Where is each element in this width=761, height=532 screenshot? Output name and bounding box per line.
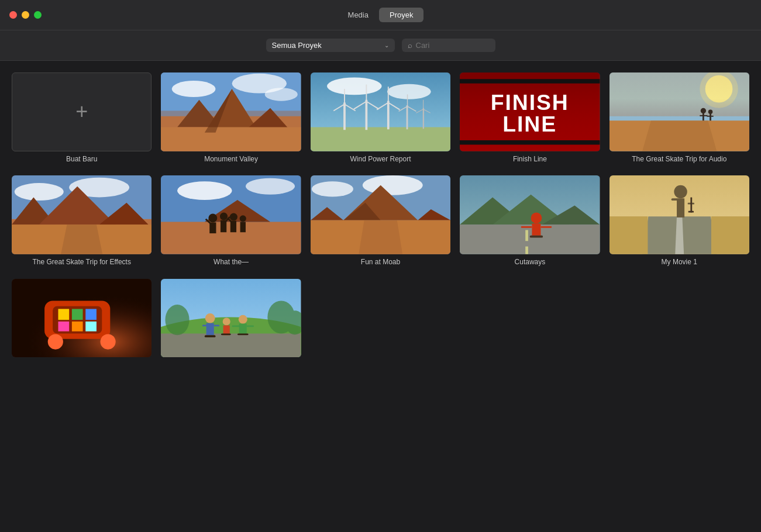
list-item[interactable]: + Buat Baru (12, 72, 151, 164)
list-item[interactable]: FINISH LINE Finish Line (460, 72, 600, 164)
svg-rect-15 (343, 102, 346, 130)
tab-media[interactable]: Media (338, 8, 379, 22)
svg-rect-109 (690, 198, 692, 213)
svg-point-95 (531, 213, 542, 224)
svg-rect-120 (58, 321, 69, 331)
svg-rect-51 (707, 116, 713, 117)
svg-rect-74 (240, 222, 246, 233)
svg-rect-139 (237, 333, 249, 335)
svg-rect-98 (541, 226, 552, 228)
svg-rect-136 (239, 323, 247, 334)
list-item[interactable]: The Great Skate Trip for Effects (12, 175, 151, 267)
tab-group: Media Proyek (338, 8, 424, 22)
svg-rect-92 (460, 224, 600, 254)
svg-rect-37 (460, 79, 600, 83)
svg-point-5 (265, 88, 298, 101)
svg-rect-12 (311, 127, 450, 151)
list-item[interactable]: Cutaways (460, 175, 600, 267)
project-thumbnail (161, 72, 301, 151)
fullscreen-button[interactable] (34, 11, 42, 19)
project-thumbnail (311, 175, 450, 254)
list-item[interactable]: What the— (161, 175, 301, 267)
project-title: What the— (214, 258, 249, 267)
svg-point-81 (363, 175, 423, 195)
svg-text:FINISH: FINISH (491, 90, 569, 115)
svg-point-47 (700, 108, 705, 113)
svg-point-71 (230, 213, 237, 221)
svg-rect-23 (387, 101, 390, 130)
svg-rect-118 (72, 309, 83, 320)
list-item[interactable] (161, 279, 301, 361)
svg-point-69 (220, 213, 228, 220)
svg-point-135 (239, 315, 247, 323)
project-title: The Great Skate Trip for Audio (632, 155, 726, 164)
project-thumbnail: FINISH LINE (460, 72, 600, 151)
main-content: + Buat Baru (0, 61, 761, 532)
svg-point-14 (387, 84, 431, 99)
svg-point-80 (312, 182, 353, 197)
svg-point-64 (177, 182, 232, 201)
svg-rect-107 (671, 199, 677, 201)
project-thumbnail (460, 175, 600, 254)
svg-rect-9 (161, 127, 301, 151)
new-project-thumbnail[interactable]: + (12, 72, 151, 151)
svg-rect-27 (406, 105, 408, 129)
svg-rect-31 (422, 108, 423, 129)
project-thumbnail (311, 72, 450, 151)
list-item[interactable]: Wind Power Report (311, 72, 450, 164)
list-item[interactable]: Monument Valley (161, 72, 301, 164)
project-thumbnail (610, 175, 749, 254)
svg-rect-134 (221, 333, 231, 335)
svg-point-131 (223, 317, 230, 325)
svg-rect-121 (72, 321, 83, 331)
project-title: Cutaways (515, 258, 546, 267)
svg-rect-97 (521, 226, 532, 228)
search-input[interactable] (416, 41, 480, 50)
projects-grid: + Buat Baru (12, 72, 749, 361)
svg-rect-137 (232, 325, 240, 327)
svg-rect-122 (85, 321, 97, 331)
filter-label: Semua Proyek (272, 41, 322, 50)
project-thumbnail (12, 279, 151, 358)
svg-rect-93 (525, 230, 528, 241)
svg-point-13 (327, 77, 382, 95)
svg-rect-138 (247, 325, 254, 327)
chevron-down-icon: ⌄ (384, 42, 389, 49)
svg-point-73 (240, 216, 246, 222)
svg-point-105 (674, 185, 687, 198)
svg-point-67 (209, 214, 218, 223)
filter-dropdown[interactable]: Semua Proyek ⌄ (266, 39, 395, 52)
search-box: ⌕ (402, 39, 495, 52)
project-title: Wind Power Report (350, 155, 411, 164)
svg-marker-52 (642, 120, 717, 151)
list-item[interactable]: Fun at Moab (311, 175, 450, 267)
minimize-button[interactable] (22, 11, 29, 19)
search-icon: ⌕ (408, 41, 412, 50)
svg-rect-119 (85, 309, 97, 320)
svg-rect-110 (688, 211, 693, 213)
svg-rect-104 (711, 216, 749, 254)
close-button[interactable] (9, 11, 17, 19)
project-title: Fun at Moab (361, 258, 400, 267)
svg-point-115 (48, 334, 63, 349)
project-title: Buat Baru (66, 155, 97, 164)
svg-point-3 (172, 81, 216, 97)
svg-point-140 (166, 304, 190, 334)
svg-rect-94 (525, 247, 528, 254)
svg-rect-96 (532, 224, 541, 236)
list-item[interactable]: The Great Skate Trip for Audio (610, 72, 749, 164)
svg-rect-129 (214, 324, 219, 326)
svg-rect-48 (700, 115, 707, 116)
svg-point-116 (100, 334, 115, 349)
list-item[interactable] (12, 279, 151, 361)
svg-point-50 (708, 110, 712, 114)
svg-rect-44 (610, 72, 749, 116)
svg-rect-38 (460, 140, 600, 144)
list-item[interactable]: My Movie 1 (610, 175, 749, 267)
svg-rect-19 (365, 100, 367, 130)
svg-rect-130 (205, 335, 216, 337)
tab-proyek[interactable]: Proyek (379, 8, 423, 22)
project-title: Finish Line (513, 155, 547, 164)
project-title: Monument Valley (204, 155, 258, 164)
svg-text:LINE: LINE (503, 112, 557, 136)
